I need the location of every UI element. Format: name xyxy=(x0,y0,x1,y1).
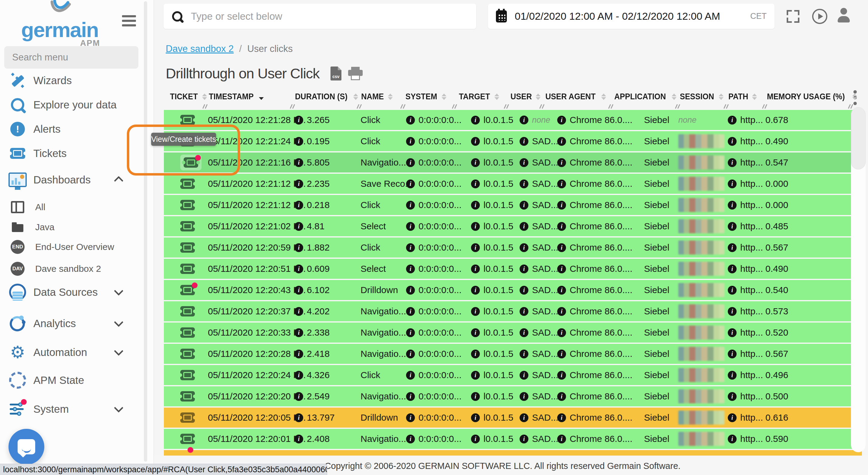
info-icon[interactable]: i xyxy=(471,371,480,380)
info-icon[interactable]: i xyxy=(406,350,415,358)
table-row[interactable]: 05/11/2020 12:20:59 P...i1.882Clicki0:0:… xyxy=(164,237,862,258)
print-button[interactable] xyxy=(348,67,363,80)
column-filter-handle-icon[interactable] xyxy=(847,104,854,109)
column-filter-handle-icon[interactable] xyxy=(674,104,681,109)
table-row[interactable]: 05/11/2020 12:20:37 P...i4.202Navigatio.… xyxy=(164,301,862,321)
table-row[interactable]: 05/11/2020 12:20:43 P...i6.102Drilldowni… xyxy=(164,280,862,300)
info-icon[interactable]: i xyxy=(471,243,480,252)
table-row[interactable]: 05/11/2020 12:20:24 P...i4.326Clicki0:0:… xyxy=(164,365,862,385)
export-csv-button[interactable]: csv xyxy=(331,66,341,81)
info-icon[interactable]: i xyxy=(471,222,480,231)
chat-bubble-button[interactable] xyxy=(8,429,44,465)
column-header-path[interactable]: PATH xyxy=(728,89,757,104)
info-icon[interactable]: i xyxy=(471,265,480,273)
info-icon[interactable]: i xyxy=(557,371,566,380)
info-icon[interactable]: i xyxy=(728,392,737,401)
info-icon[interactable]: i xyxy=(406,435,415,443)
info-icon[interactable]: i xyxy=(406,222,415,231)
user-account-button[interactable] xyxy=(837,8,850,23)
info-icon[interactable]: i xyxy=(471,435,480,443)
info-icon[interactable]: i xyxy=(520,116,528,124)
info-icon[interactable]: i xyxy=(728,265,737,273)
info-icon[interactable]: i xyxy=(471,328,480,337)
info-icon[interactable]: i xyxy=(557,137,566,146)
info-icon[interactable]: i xyxy=(557,328,566,337)
sidebar-scrollbar[interactable] xyxy=(144,1,147,462)
column-filter-handle-icon[interactable] xyxy=(400,104,406,109)
info-icon[interactable]: i xyxy=(294,243,303,252)
info-icon[interactable]: i xyxy=(294,201,303,210)
ticket-button[interactable] xyxy=(180,412,195,423)
info-icon[interactable]: i xyxy=(471,201,480,210)
breadcrumb-parent-link[interactable]: Dave sandbox 2 xyxy=(166,43,234,54)
column-header-duration-s[interactable]: DURATION (S) xyxy=(295,89,358,104)
column-filter-handle-icon[interactable] xyxy=(356,104,363,109)
column-header-target[interactable]: TARGET xyxy=(459,89,499,104)
info-icon[interactable]: i xyxy=(471,137,480,146)
info-icon[interactable]: i xyxy=(520,265,528,273)
info-icon[interactable]: i xyxy=(557,243,566,252)
table-row[interactable] xyxy=(164,450,862,455)
sidebar-item-analytics[interactable]: Analytics xyxy=(0,311,143,335)
sidebar-item-wizards[interactable]: Wizards xyxy=(0,68,143,93)
info-icon[interactable]: i xyxy=(728,137,737,146)
info-icon[interactable]: i xyxy=(294,328,303,337)
info-icon[interactable]: i xyxy=(471,392,480,401)
sidebar-item-java[interactable]: Java xyxy=(0,217,143,237)
info-icon[interactable]: i xyxy=(520,371,528,380)
column-filter-handle-icon[interactable] xyxy=(608,104,614,109)
sidebar-item-alerts[interactable]: !Alerts xyxy=(0,117,143,141)
play-button[interactable] xyxy=(812,9,827,24)
info-icon[interactable]: i xyxy=(294,158,303,167)
sidebar-item-automation[interactable]: ⚙Automation xyxy=(0,340,143,364)
global-search[interactable] xyxy=(163,4,476,29)
date-range-picker[interactable]: 01/02/2020 12:00 AM - 02/12/2020 12:00 A… xyxy=(488,4,775,29)
column-filter-handle-icon[interactable] xyxy=(762,104,768,109)
ticket-button[interactable] xyxy=(180,242,195,253)
info-icon[interactable]: i xyxy=(557,116,566,124)
table-row[interactable]: 05/11/2020 12:20:01 P...i2.408Navigatio.… xyxy=(164,429,862,449)
table-row[interactable]: 05/11/2020 12:21:12 P...i2.235Save Reco.… xyxy=(164,174,862,194)
info-icon[interactable]: i xyxy=(406,158,415,167)
info-icon[interactable]: i xyxy=(294,137,303,146)
info-icon[interactable]: i xyxy=(294,371,303,380)
info-icon[interactable]: i xyxy=(557,413,566,422)
table-row[interactable]: 05/11/2020 12:20:33 P...i2.338Navigatio.… xyxy=(164,323,862,343)
column-header-application[interactable]: APPLICATION xyxy=(614,89,677,104)
info-icon[interactable]: i xyxy=(728,371,737,380)
info-icon[interactable]: i xyxy=(728,116,737,124)
info-icon[interactable]: i xyxy=(406,116,415,124)
sidebar-item-system[interactable]: System xyxy=(0,397,143,421)
column-header-user[interactable]: USER xyxy=(510,89,540,104)
info-icon[interactable]: i xyxy=(294,116,303,124)
info-icon[interactable]: i xyxy=(471,286,480,295)
ticket-button[interactable] xyxy=(180,200,195,210)
info-icon[interactable]: i xyxy=(520,158,528,167)
ticket-button[interactable] xyxy=(180,349,195,359)
column-header-system[interactable]: SYSTEM xyxy=(405,89,446,104)
info-icon[interactable]: i xyxy=(294,307,303,316)
info-icon[interactable]: i xyxy=(557,265,566,273)
info-icon[interactable]: i xyxy=(557,179,566,188)
sidebar-item-all[interactable]: All xyxy=(0,197,143,217)
sidebar-search[interactable] xyxy=(4,46,138,69)
ticket-button[interactable] xyxy=(180,370,195,380)
info-icon[interactable]: i xyxy=(728,179,737,188)
info-icon[interactable]: i xyxy=(406,392,415,401)
info-icon[interactable]: i xyxy=(557,286,566,295)
ticket-button[interactable] xyxy=(180,285,195,295)
info-icon[interactable]: i xyxy=(728,413,737,422)
info-icon[interactable]: i xyxy=(520,307,528,316)
info-icon[interactable]: i xyxy=(557,222,566,231)
info-icon[interactable]: i xyxy=(728,222,737,231)
column-filter-handle-icon[interactable] xyxy=(723,104,730,109)
column-header-name[interactable]: NAME xyxy=(361,89,393,104)
info-icon[interactable]: i xyxy=(520,179,528,188)
info-icon[interactable]: i xyxy=(294,286,303,295)
info-icon[interactable]: i xyxy=(520,222,528,231)
info-icon[interactable]: i xyxy=(471,179,480,188)
info-icon[interactable]: i xyxy=(728,328,737,337)
info-icon[interactable]: i xyxy=(471,350,480,358)
info-icon[interactable]: i xyxy=(557,435,566,443)
table-scrollbar-thumb[interactable] xyxy=(851,107,866,170)
